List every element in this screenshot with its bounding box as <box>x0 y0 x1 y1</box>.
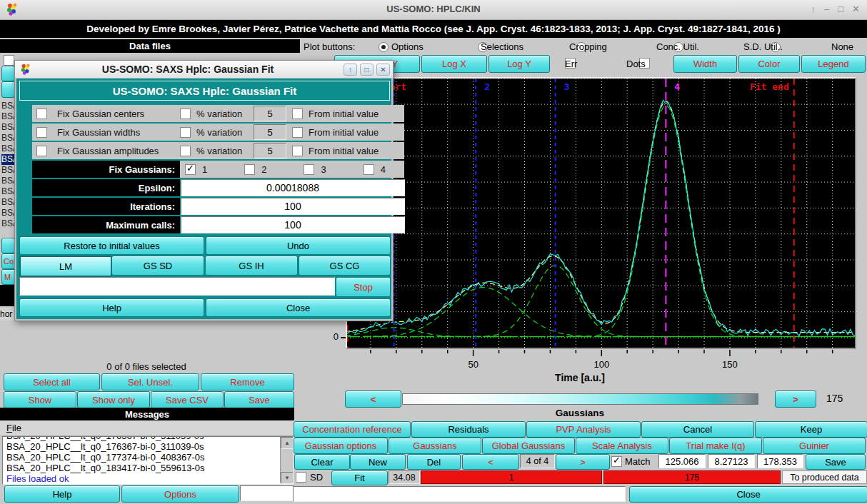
file-list-item[interactable]: BSA_20_HPLC__lt <box>1 218 16 229</box>
gaussian-width-field[interactable]: 8.27123 <box>708 454 755 468</box>
file-list-item[interactable]: BSA_20_HPLC__lt <box>1 197 16 208</box>
shade-icon[interactable]: ↑ <box>811 4 816 14</box>
dialog-help-button[interactable]: Help <box>19 298 204 317</box>
fix-widths-pct-value[interactable]: 5 <box>254 124 286 140</box>
iterations-field[interactable]: 100 <box>181 198 405 215</box>
dialog-close-icon[interactable]: ✕ <box>376 64 390 76</box>
save-gaussians-button[interactable]: Save <box>806 454 866 470</box>
fix-gaussian-3-checkbox[interactable] <box>304 164 314 175</box>
legend-button[interactable]: Legend <box>801 55 866 73</box>
file-list-item[interactable]: BSA_20_HPLC__lt <box>1 186 16 197</box>
gaussian-center-field[interactable]: 125.066 <box>658 454 706 468</box>
file-list-item[interactable]: BSA_20_HPLC__lt <box>1 122 16 133</box>
fit-button[interactable]: Fit <box>331 470 388 485</box>
fit-end-field[interactable]: 175 <box>603 470 781 484</box>
fix-widths-checkbox[interactable] <box>36 127 47 138</box>
file-menu[interactable]: File <box>0 420 294 436</box>
fix-amplitudes-checkbox[interactable] <box>36 146 47 156</box>
file-list-item[interactable]: BSA_20_HPLC__lt <box>1 101 16 111</box>
fix-centers-pct-checkbox[interactable] <box>180 109 191 119</box>
dialog-close-button[interactable]: Close <box>206 298 391 317</box>
guinier-button[interactable]: Guinier <box>763 438 866 454</box>
next-gaussian-button[interactable]: > <box>556 454 610 470</box>
concentration-reference-button[interactable]: Concentration reference <box>294 421 411 438</box>
save-csv-button[interactable]: Save CSV <box>151 391 224 408</box>
remove-button[interactable]: Remove <box>201 373 294 390</box>
select-unselect-button[interactable]: Sel. Unsel. <box>101 373 199 390</box>
dialog-title-bar[interactable]: US-SOMO: SAXS Hplc: Gaussian Fit ↑ □ ✕ <box>15 61 393 79</box>
trial-make-iq-button[interactable]: Trial make I(q) <box>669 438 762 454</box>
plot-mode-radio-options[interactable] <box>379 42 389 52</box>
file-list-item[interactable]: BSA_20_HPLC__lt <box>1 143 16 154</box>
close-icon[interactable]: ✕ <box>852 4 860 14</box>
fit-start-field[interactable]: 1 <box>421 470 602 484</box>
log-x-button[interactable]: Log X <box>421 55 487 73</box>
log-y-button[interactable]: Log Y <box>488 55 550 73</box>
restore-initial-values-button[interactable]: Restore to initial values <box>19 236 204 255</box>
fix-gaussian-1-checkbox[interactable] <box>185 164 196 175</box>
clear-button[interactable]: Clear <box>294 454 350 470</box>
plot-canvas[interactable]: Fit start234Fit end <box>347 79 855 348</box>
file-list-item[interactable]: BSA_20_HPLC__lt <box>1 208 16 218</box>
cancel-button[interactable]: Cancel <box>641 421 754 438</box>
residuals-button[interactable]: Residuals <box>411 421 526 438</box>
match-checkbox[interactable] <box>611 456 622 467</box>
gs-ih-button[interactable]: GS IH <box>205 256 298 276</box>
gaussians-button[interactable]: Gaussians <box>389 438 481 454</box>
sd-checkbox[interactable] <box>296 472 306 483</box>
file-list-item[interactable]: BSA_20_HPLC__lt <box>1 111 16 122</box>
max-calls-field[interactable]: 100 <box>181 216 405 233</box>
gaussian-amplitude-field[interactable]: 178.353 <box>757 454 803 468</box>
maximize-icon[interactable]: □ <box>838 4 843 14</box>
gaussian-color-slider[interactable] <box>402 393 758 405</box>
messages-scrollbar[interactable]: ▲ ▼ <box>280 437 293 483</box>
slider-right-button[interactable]: > <box>775 390 816 408</box>
fix-gaussian-2-checkbox[interactable] <box>244 164 255 175</box>
hidden-button-fragment-3[interactable] <box>1 238 15 253</box>
fix-centers-checkbox[interactable] <box>36 109 47 119</box>
fix-amplitudes-pct-checkbox[interactable] <box>180 146 191 156</box>
keep-button[interactable]: Keep <box>755 421 867 438</box>
gs-cg-button[interactable]: GS CG <box>299 256 391 276</box>
messages-box[interactable]: BSA_20_HPLC__lt_q0_176367-bi-0_311039-0s… <box>2 436 294 485</box>
undo-button[interactable]: Undo <box>206 236 391 255</box>
epsilon-field[interactable]: 0.00018088 <box>181 179 405 196</box>
fix-gaussian-4-checkbox[interactable] <box>364 164 374 175</box>
hidden-button-fragment-1[interactable] <box>1 66 15 81</box>
new-button[interactable]: New <box>350 454 406 470</box>
show-button[interactable]: Show <box>4 391 76 408</box>
show-only-button[interactable]: Show only <box>77 391 150 408</box>
fix-widths-pct-checkbox[interactable] <box>180 127 191 138</box>
pvp-analysis-button[interactable]: PVP Analysis <box>526 421 641 438</box>
dialog-maximize-icon[interactable]: □ <box>360 64 374 76</box>
scale-analysis-button[interactable]: Scale Analysis <box>576 438 668 454</box>
left-options-button[interactable]: Options <box>121 485 239 503</box>
scroll-down-icon[interactable]: ▼ <box>281 472 294 484</box>
bottom-close-button[interactable]: Close <box>629 486 867 503</box>
slider-left-button[interactable]: < <box>345 390 401 408</box>
scroll-up-icon[interactable]: ▲ <box>281 437 294 449</box>
save-button[interactable]: Save <box>224 391 294 408</box>
minimize-icon[interactable]: – <box>824 4 829 14</box>
fix-centers-pct-value[interactable]: 5 <box>254 106 286 121</box>
del-button[interactable]: Del <box>407 454 461 470</box>
hidden-button-fragment-2[interactable] <box>1 81 15 98</box>
left-help-button[interactable]: Help <box>4 485 120 503</box>
file-list-item[interactable]: BSA_20_HPLC__lt <box>1 165 16 176</box>
select-all-button[interactable]: Select all <box>4 373 100 390</box>
width-button[interactable]: Width <box>673 55 737 73</box>
lm-button[interactable]: LM <box>19 256 112 277</box>
file-list-item[interactable]: BSA_20_HPLC__lt <box>1 133 16 143</box>
fix-centers-from-checkbox[interactable] <box>292 109 303 119</box>
file-list[interactable]: BSA_20_HPLC__ltBSA_20_HPLC__ltBSA_20_HPL… <box>1 101 16 229</box>
fix-amplitudes-from-checkbox[interactable] <box>292 146 303 156</box>
global-gaussians-button[interactable]: Global Gaussians <box>482 438 575 454</box>
gs-sd-button[interactable]: GS SD <box>111 256 204 276</box>
stop-button[interactable]: Stop <box>336 277 391 297</box>
gaussian-options-button[interactable]: Gaussian options <box>294 438 388 454</box>
fix-amplitudes-pct-value[interactable]: 5 <box>254 143 286 158</box>
file-list-item[interactable]: BSA_20_HPLC__lt <box>1 176 16 186</box>
file-list-item[interactable]: BSA_20_HPLC__lt <box>1 154 16 165</box>
dialog-shade-icon[interactable]: ↑ <box>344 64 357 76</box>
prev-gaussian-button[interactable]: < <box>462 454 519 470</box>
